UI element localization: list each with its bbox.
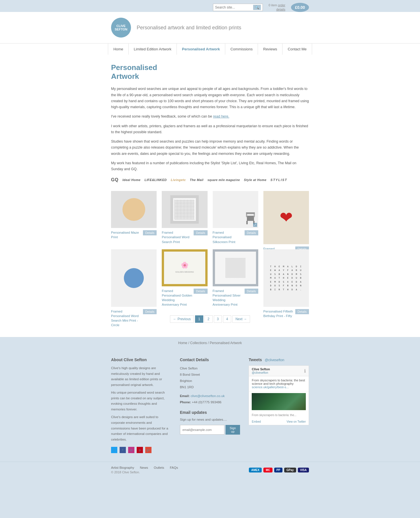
pagination-next[interactable]: Next → [232, 315, 250, 323]
read-here-link[interactable]: read here. [213, 114, 229, 118]
pub-life-linked: LIFE&LINKED [145, 178, 167, 182]
product-card-maze: Personalised Maze Print Details [111, 191, 157, 244]
pub-ideal-home: Ideal Home [122, 178, 141, 182]
pagination-prev[interactable]: ← Previous [170, 315, 194, 323]
product-img-maze [111, 191, 157, 228]
details-button-framed-ws[interactable]: Details [194, 230, 207, 235]
product-label-circle: Framed Personalised Word Search Mini Pri… [111, 309, 157, 327]
product-label-golden: Framed Personalised Golden Wedding Anniv… [162, 289, 207, 307]
product-card-heart: ❤ Framed Personalised Word Search Mini P… [263, 191, 309, 244]
nav-personalised[interactable]: Personalised Artwork [177, 44, 225, 55]
details-button-silver[interactable]: Details [245, 289, 258, 294]
social-facebook[interactable]: f [120, 447, 126, 453]
details-button-maze[interactable]: Details [143, 230, 157, 235]
site-tagline: Personalised artwork and limited edition… [137, 25, 241, 31]
footer-link-faqs[interactable]: FAQs [170, 466, 178, 469]
pub-mail: The Mail [190, 178, 204, 182]
social-gplus[interactable]: g+ [145, 447, 151, 453]
details-button-fiftieth[interactable]: Details [295, 309, 309, 314]
tweet-content: From skyscrapers to bacteria: the best s… [249, 376, 309, 391]
svg-rect-1 [246, 221, 248, 224]
footer-about-p3: Clive's designs are well suited to corpo… [111, 414, 171, 442]
product-label-fiftieth: Personalised Fiftieth Birthday Print - F… [263, 309, 309, 318]
pagination-page-3[interactable]: 3 [214, 315, 222, 323]
product-label-silver: Framed Personalised Silver Wedding Anniv… [213, 289, 258, 307]
pagination-page-1[interactable]: 1 [195, 315, 203, 323]
social-pinterest[interactable]: p [137, 447, 143, 453]
tweets-box: Clive Sefton @clivesefton ℹ From skyscra… [249, 365, 309, 425]
tweet-image [252, 393, 306, 410]
signup-button[interactable]: Sign up [226, 425, 240, 435]
publication-logos: GQ Ideal Home LIFE&LINKED Livingetc The … [111, 177, 309, 182]
product-card-framed-ws: Framed Personalised Word Search Print De… [162, 191, 207, 244]
footer-link-news[interactable]: News [140, 466, 148, 469]
footer-link-biography[interactable]: Artist Biography [111, 466, 134, 469]
product-card-circle: Framed Personalised Word Search Mini Pri… [111, 249, 157, 307]
pagination-page-2[interactable]: 2 [204, 315, 213, 323]
embed-link[interactable]: Embed [252, 420, 261, 423]
email-updates-title: Email updates [180, 410, 240, 415]
footer-link-outlets[interactable]: Outlets [154, 466, 164, 469]
tweets-info-icon[interactable]: ℹ [304, 368, 306, 374]
email-signup-form: Sign up [180, 425, 240, 435]
footer-about: About Clive Sefton Clive's high quality … [111, 357, 171, 453]
product-card-fiftieth: T H E M A L D I E W A Y F A R U U S B A … [263, 249, 309, 307]
cart-badge[interactable]: £0.00 [291, 3, 309, 12]
product-label-maze: Personalised Maze Print Details [111, 230, 157, 239]
cart-details-link[interactable]: details [276, 8, 285, 11]
email-updates-desc: Sign up for news and updates.... [180, 417, 240, 423]
product-card-silkscreen: ⤢ Framed Personalised Silkscreen Print D… [213, 191, 258, 244]
product-grid: Personalised Maze Print Details Framed P… [111, 191, 309, 307]
pagination-page-4[interactable]: 4 [223, 315, 231, 323]
heart-icon: ❤ [280, 210, 293, 225]
product-name-circle: Framed Personalised Word Search Mini Pri… [111, 309, 142, 327]
details-button-golden[interactable]: Details [194, 289, 207, 294]
product-card-golden: 🌸 GOLDEN WEDDING Framed Personalised Gol… [162, 249, 207, 307]
breadcrumb-collections[interactable]: Collections [190, 341, 207, 345]
pub-style-home: Style at Home [244, 178, 267, 182]
tweets-handle[interactable]: @clivesefton [265, 358, 284, 362]
payment-icons: AMEX MC PP GPay VISA [249, 468, 309, 472]
product-name-silver: Framed Personalised Silver Wedding Anniv… [213, 289, 243, 307]
product-name-silkscreen: Framed Personalised Silkscreen Print [213, 230, 243, 244]
product-img-fiftieth: T H E M A L D I E W A Y F A R U U S B A … [263, 249, 309, 307]
contact-phone: +44 (0)7775 993486 [192, 400, 222, 404]
site-logo[interactable]: CLIVE SEFTON [111, 18, 131, 38]
nav-home[interactable]: Home [108, 44, 129, 55]
contact-email[interactable]: clive@clivesefton.co.uk [190, 394, 225, 398]
pub-gq: GQ [111, 177, 118, 182]
tweet-link[interactable]: science.uk/gallery/best-s... [252, 385, 289, 389]
search-button[interactable]: 🔍 [253, 5, 261, 10]
breadcrumb-home[interactable]: Home [178, 341, 187, 345]
cart-order-link[interactable]: order [278, 3, 285, 7]
svg-rect-0 [247, 216, 254, 221]
expand-icon-silkscreen[interactable]: ⤢ [253, 223, 257, 227]
footer-about-p2: His unique personalised word search prin… [111, 390, 171, 412]
pub-stylist: STYLIST [271, 178, 287, 182]
product-img-silver [213, 249, 258, 286]
maze-image [122, 198, 145, 221]
breadcrumb-current: Personalised Artwork [210, 341, 242, 345]
email-signup-input[interactable] [180, 425, 224, 435]
nav-reviews[interactable]: Reviews [258, 44, 282, 55]
product-img-golden: 🌸 GOLDEN WEDDING [162, 249, 207, 286]
nav-limited-edition[interactable]: Limited Edition Artwork [129, 44, 177, 55]
search-input[interactable] [215, 5, 252, 9]
product-img-circle [111, 249, 157, 307]
search-bar[interactable]: 🔍 [213, 4, 263, 11]
details-button-silkscreen[interactable]: Details [245, 230, 258, 235]
details-button-circle[interactable]: Details [143, 309, 157, 314]
social-twitter[interactable]: t [111, 447, 117, 453]
nav-contact[interactable]: Contact Me [282, 44, 312, 55]
nav-commissions[interactable]: Commissions [225, 44, 258, 55]
framed-ws-image [170, 195, 199, 224]
circle-image [124, 268, 144, 288]
payment-gpay: GPay [284, 468, 296, 472]
view-on-twitter-link[interactable]: View on Twitter [287, 420, 306, 423]
social-instagram[interactable]: ◎ [128, 447, 134, 453]
payment-paypal: PP [274, 468, 282, 472]
payment-amex: AMEX [249, 468, 262, 472]
cart-items: 0 item [269, 3, 277, 7]
main-content: PersonalisedArtwork My personalised word… [0, 55, 420, 337]
svg-rect-5 [246, 212, 255, 214]
